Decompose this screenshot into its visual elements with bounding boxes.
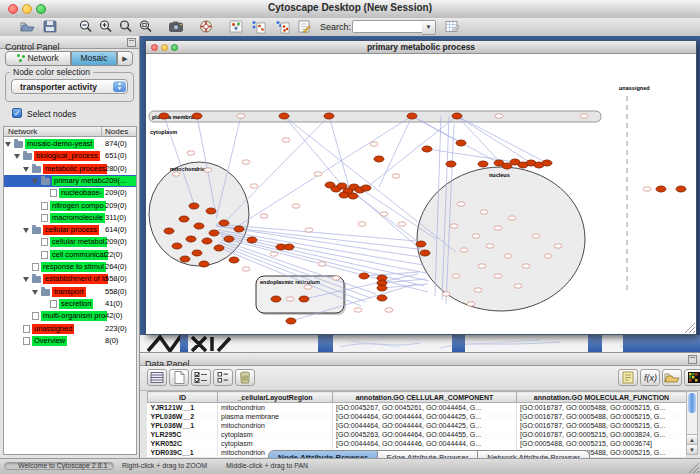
select-nodes-checkbox[interactable]: ✓ [12, 108, 22, 118]
network-node[interactable] [180, 256, 190, 262]
network-node[interactable] [286, 318, 296, 324]
network-node[interactable] [199, 261, 209, 267]
node-label-marker[interactable] [392, 174, 400, 178]
network-edge[interactable] [284, 116, 346, 190]
network-node[interactable] [656, 186, 666, 192]
node-label-marker[interactable] [474, 288, 482, 292]
import-attributes-icon[interactable] [662, 369, 682, 386]
network-node[interactable] [324, 113, 334, 119]
node-label-marker[interactable] [467, 302, 475, 306]
network-window-titlebar[interactable]: primary metabolic process [146, 41, 696, 54]
node-label-marker[interactable] [237, 114, 245, 118]
node-label-marker[interactable] [242, 160, 250, 164]
node-label-marker[interactable] [452, 274, 460, 278]
formula-icon[interactable]: f(x) [640, 369, 660, 386]
expand-arrow-icon[interactable] [5, 142, 11, 147]
network-node[interactable] [159, 113, 169, 119]
notes-icon[interactable] [618, 369, 638, 386]
node-color-dropdown[interactable]: transporter activity ▲▼ [11, 79, 128, 94]
node-label-marker[interactable] [385, 308, 393, 312]
node-label-marker[interactable] [544, 254, 552, 258]
annotation-icon[interactable] [296, 19, 312, 34]
tree-row[interactable]: unassigned223(0) [4, 323, 136, 335]
open-session-icon[interactable] [20, 19, 36, 34]
network-edge[interactable] [228, 116, 329, 219]
tree-row[interactable]: metabolic process280(0) [4, 163, 136, 175]
node-label-marker[interactable] [380, 212, 388, 216]
network-node[interactable] [348, 193, 358, 199]
tree-row[interactable]: secretion41(0) [4, 298, 136, 310]
network-node[interactable] [416, 241, 426, 247]
network-node[interactable] [192, 113, 202, 119]
node-label-marker[interactable] [354, 308, 362, 312]
node-label-marker[interactable] [172, 172, 180, 176]
node-label-marker[interactable] [304, 285, 312, 289]
apply-vizmap-icon[interactable] [274, 19, 290, 34]
node-label-marker[interactable] [504, 254, 512, 258]
node-label-marker[interactable] [204, 168, 212, 172]
network-node[interactable] [209, 230, 219, 236]
help-icon[interactable] [198, 19, 214, 34]
node-label-marker[interactable] [532, 234, 540, 238]
network-node[interactable] [247, 237, 257, 243]
network-node[interactable] [339, 192, 349, 198]
tree-row[interactable]: mosaic-demo-yeast874(0) [4, 138, 136, 150]
attribute-table[interactable]: ID _cellularLayoutRegion annotation.GO C… [147, 391, 687, 457]
node-label-marker[interactable] [472, 234, 480, 238]
network-node[interactable] [189, 203, 199, 209]
network-edge[interactable] [457, 116, 547, 163]
table-row[interactable]: YPL036W__2plasma membrane[GO:0044464, GO… [148, 412, 687, 421]
resize-grip-icon[interactable] [689, 463, 699, 473]
network-edge[interactable] [356, 194, 426, 254]
tabs-overflow-arrow[interactable]: ▶ [117, 51, 133, 66]
network-canvas-svg[interactable]: plasma membranecytoplasmmitochondrionnuc… [146, 54, 696, 335]
network-node[interactable] [676, 186, 686, 192]
network-node[interactable] [179, 216, 189, 222]
network-node[interactable] [224, 236, 234, 242]
node-label-marker[interactable] [486, 244, 494, 248]
network-node[interactable] [214, 245, 224, 251]
network-node[interactable] [377, 285, 387, 291]
network-node[interactable] [206, 208, 216, 214]
network-node[interactable] [284, 244, 294, 250]
zoom-out-icon[interactable] [78, 19, 94, 34]
resize-grip-icon[interactable] [685, 323, 695, 333]
network-node[interactable] [446, 161, 456, 167]
tree-column-header[interactable]: Network Nodes [3, 126, 137, 137]
network-edge[interactable] [238, 116, 412, 226]
node-label-marker[interactable] [494, 274, 502, 278]
network-node[interactable] [229, 257, 239, 263]
tree-row[interactable]: nitrogen compo209(0) [4, 200, 136, 212]
network-edge[interactable] [361, 116, 457, 192]
tree-row[interactable]: transport558(0) [4, 286, 136, 298]
scroll-up-icon[interactable]: ▲ [687, 434, 697, 444]
tree-row[interactable]: biological_process651(0) [4, 150, 136, 162]
tree-row[interactable]: response to stimul264(0) [4, 261, 136, 273]
node-label-marker[interactable] [332, 276, 340, 280]
network-node[interactable] [194, 223, 204, 229]
tree-row[interactable]: cell communicat22(0) [4, 249, 136, 261]
node-label-marker[interactable] [398, 222, 406, 226]
matrix-view-icon[interactable] [684, 369, 700, 386]
node-label-marker[interactable] [514, 284, 522, 288]
zoom-fit-icon[interactable] [138, 19, 154, 34]
attribute-grid-icon[interactable] [147, 369, 167, 386]
network-node[interactable] [172, 243, 182, 249]
tree-row[interactable]: primary metabo209(... [4, 175, 136, 187]
column-divider[interactable] [101, 127, 102, 137]
float-panel-icon[interactable] [127, 38, 136, 47]
table-scrollbar[interactable]: ▲ ▼ [686, 391, 698, 455]
network-node[interactable] [542, 160, 552, 166]
network-overview-icon[interactable] [228, 19, 244, 34]
node-label-marker[interactable] [508, 216, 516, 220]
table-header-row[interactable]: ID _cellularLayoutRegion annotation.GO C… [148, 392, 687, 403]
network-node[interactable] [164, 228, 174, 234]
network-node[interactable] [186, 236, 196, 242]
search-dropdown-icon[interactable]: ▼ [422, 20, 436, 35]
network-edge[interactable] [382, 279, 426, 283]
zoom-in-icon[interactable] [98, 19, 114, 34]
network-node[interactable] [420, 250, 430, 256]
expand-arrow-icon[interactable] [32, 290, 38, 295]
network-node[interactable] [478, 161, 488, 167]
network-node[interactable] [202, 238, 212, 244]
